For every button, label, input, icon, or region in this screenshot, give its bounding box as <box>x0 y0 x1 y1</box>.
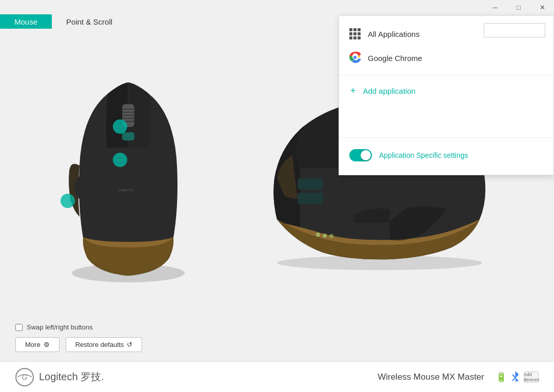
add-devices-label: Add devices <box>524 372 540 382</box>
dropdown-divider <box>339 75 553 75</box>
minimize-button[interactable]: ─ <box>483 0 507 14</box>
svg-rect-12 <box>122 132 134 140</box>
logitech-logo-text: Logitech 罗技. <box>39 370 104 384</box>
restore-icon: ↺ <box>127 341 132 348</box>
add-app-label: Add application <box>363 87 416 95</box>
swap-label: Swap left/right buttons <box>27 323 93 331</box>
add-icon: + <box>350 86 356 96</box>
all-apps-label: All Applications <box>368 30 420 38</box>
swap-buttons-checkbox-label[interactable]: Swap left/right buttons <box>15 323 539 331</box>
chrome-label: Google Chrome <box>368 54 422 63</box>
battery-icon: 🔋 <box>496 372 507 383</box>
close-button[interactable]: ✕ <box>530 0 554 14</box>
toggle-knob <box>361 150 371 160</box>
add-devices-button[interactable]: Add devices <box>524 372 539 383</box>
title-bar: ─ □ ✕ <box>483 0 554 14</box>
restore-defaults-button[interactable]: Restore defaults ↺ <box>66 337 143 352</box>
nav-area: Mouse Point & Scroll All Applications <box>0 0 554 29</box>
svg-point-24 <box>316 233 320 237</box>
application-dropdown: All Applications <box>339 15 554 175</box>
tab-point-scroll[interactable]: Point & Scroll <box>52 14 127 29</box>
chrome-icon <box>349 52 361 65</box>
bottom-controls: Swap left/right buttons More ⚙ Restore d… <box>0 317 554 361</box>
svg-point-2 <box>353 56 357 59</box>
app-specific-toggle[interactable] <box>349 149 372 161</box>
dropdown-item-chrome[interactable]: Google Chrome <box>339 46 553 71</box>
grid-icon <box>349 28 361 39</box>
svg-text:Logitech: Logitech <box>118 188 134 192</box>
svg-point-26 <box>329 234 333 238</box>
swap-buttons-checkbox[interactable] <box>15 324 23 331</box>
teal-dot-side-btn[interactable] <box>61 194 75 208</box>
gear-icon: ⚙ <box>44 341 50 348</box>
bluetooth-icon <box>511 370 520 384</box>
footer: G Logitech 罗技. Wireless Mouse MX Master … <box>0 361 554 392</box>
app-specific-label: Application Specific settings <box>379 151 468 159</box>
teal-dot-middle-btn[interactable] <box>113 153 127 167</box>
tab-mouse[interactable]: Mouse <box>0 14 52 29</box>
app-search-input[interactable] <box>484 23 545 37</box>
restore-label: Restore defaults <box>75 341 124 348</box>
device-icons: 🔋 Add devices <box>496 370 539 384</box>
mouse-front-view: Logitech <box>46 63 210 283</box>
main-window: Mouse Point & Scroll All Applications <box>0 0 554 392</box>
more-label: More <box>25 341 41 348</box>
svg-rect-22 <box>298 178 323 190</box>
logitech-logo-icon: G <box>15 368 34 386</box>
footer-right: Wireless Mouse MX Master 🔋 Add devices <box>378 370 539 384</box>
device-name: Wireless Mouse MX Master <box>378 372 484 382</box>
teal-dot-scroll-wheel[interactable] <box>113 119 127 134</box>
svg-point-25 <box>323 234 327 238</box>
maximize-button[interactable]: □ <box>507 0 530 14</box>
more-button[interactable]: More ⚙ <box>15 337 60 352</box>
app-specific-settings-row: Application Specific settings <box>339 142 553 169</box>
mouse-front-svg: Logitech <box>46 63 210 283</box>
button-row: More ⚙ Restore defaults ↺ <box>15 337 539 352</box>
dropdown-divider-2 <box>339 137 553 138</box>
svg-rect-23 <box>298 193 323 204</box>
dropdown-item-add-app[interactable]: + Add application <box>339 79 553 102</box>
logitech-logo: G Logitech 罗技. <box>15 368 104 386</box>
